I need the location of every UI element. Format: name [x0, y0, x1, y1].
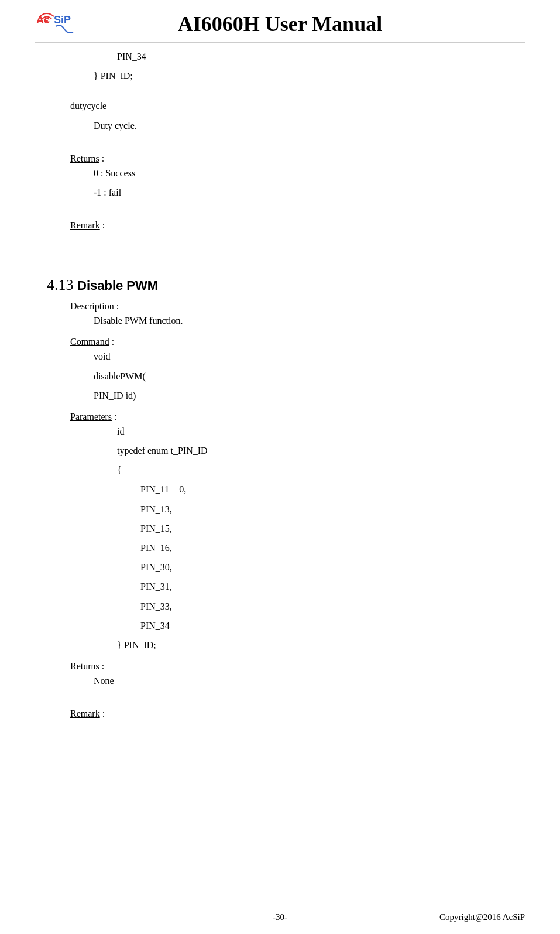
top-remark-row: Remark:	[70, 220, 525, 231]
section-413-returns-value: None	[94, 673, 525, 689]
section-413-param-typedef: typedef enum t_PIN_ID	[117, 443, 525, 459]
section-413-number: 4.13	[47, 276, 74, 293]
page-header: Ac SiP AI6060H User Manual	[35, 12, 525, 43]
svg-point-2	[46, 20, 48, 22]
section-413-param-pin13: PIN_13,	[140, 501, 525, 517]
top-pin-id-close: } PIN_ID;	[94, 68, 525, 84]
section-413-command-label: Command	[70, 337, 109, 347]
top-remark-label: Remark	[70, 220, 100, 231]
section-413-returns-colon: :	[102, 661, 104, 672]
section-413-parameters-label: Parameters	[70, 412, 112, 422]
top-returns-colon: :	[102, 153, 104, 164]
section-413-param-brace-close: } PIN_ID;	[117, 637, 525, 653]
svg-text:SiP: SiP	[54, 14, 71, 26]
section-413-param-pin15: PIN_15,	[140, 521, 525, 536]
svg-text:Ac: Ac	[36, 14, 50, 26]
section-413-param-pin33: PIN_33,	[140, 598, 525, 614]
section-413-cmd-param: PIN_ID id)	[94, 388, 525, 403]
section-413-parameters-colon: :	[114, 412, 116, 422]
section-413-param-pin31: PIN_31,	[140, 579, 525, 594]
section-413-remark-row: Remark:	[70, 709, 525, 719]
section-413-returns-row: Returns:	[70, 661, 525, 672]
section-413-param-pin34: PIN_34	[140, 618, 525, 634]
section-413-param-pin30: PIN_30,	[140, 559, 525, 575]
section-413-cmd-func: disablePWM(	[94, 368, 525, 384]
top-remark-colon: :	[102, 220, 105, 231]
section-413-parameters-block: Parameters: id typedef enum t_PIN_ID { P…	[47, 412, 525, 653]
top-return-neg1: -1 : fail	[94, 184, 525, 200]
section-413-remark-label: Remark	[70, 709, 100, 719]
section-413-title: Disable PWM	[77, 278, 158, 293]
page-title: AI6060H User Manual	[178, 12, 382, 36]
section-413-parameters-row: Parameters:	[70, 412, 525, 422]
section-413-remark-block: Remark:	[47, 709, 525, 719]
page: Ac SiP AI6060H User Manual PIN_34 } PIN_…	[0, 0, 560, 934]
section-413-description-row: Description:	[70, 301, 525, 312]
section-413-returns-block: Returns: None	[47, 661, 525, 689]
section-413-command-block: Command: void disablePWM( PIN_ID id)	[47, 337, 525, 403]
section-413-heading: 4.13 Disable PWM	[47, 276, 525, 294]
top-pin34-block: PIN_34 } PIN_ID;	[47, 49, 525, 84]
section-413-param-id: id	[117, 423, 525, 439]
top-pin34: PIN_34	[117, 49, 525, 64]
section-413-description-block: Description: Disable PWM function.	[47, 301, 525, 329]
section-413: 4.13 Disable PWM Description: Disable PW…	[47, 276, 525, 719]
section-413-cmd-void: void	[94, 348, 525, 364]
top-dutycycle-label: dutycycle	[70, 98, 525, 114]
section-413-description-colon: :	[116, 301, 119, 312]
top-dutycycle-block: dutycycle Duty cycle.	[47, 98, 525, 133]
section-413-param-pin11: PIN_11 = 0,	[140, 481, 525, 497]
section-413-description-label: Description	[70, 301, 114, 312]
section-413-param-brace-open: {	[117, 462, 525, 478]
section-413-description-text: Disable PWM function.	[94, 313, 525, 329]
top-returns-label: Returns	[70, 153, 99, 164]
top-returns-block: Returns: 0 : Success -1 : fail	[47, 153, 525, 200]
logo: Ac SiP	[35, 12, 82, 41]
top-dutycycle-desc: Duty cycle.	[94, 118, 525, 134]
top-remark-block: Remark:	[47, 220, 525, 231]
section-413-param-pin16: PIN_16,	[140, 540, 525, 556]
top-returns-row: Returns:	[70, 153, 525, 164]
footer-copyright: Copyright@2016 AcSiP	[439, 912, 525, 922]
section-413-command-row: Command:	[70, 337, 525, 347]
section-413-returns-label: Returns	[70, 661, 99, 672]
section-413-command-colon: :	[112, 337, 114, 347]
top-return-0: 0 : Success	[94, 165, 525, 181]
section-413-remark-colon: :	[102, 709, 105, 719]
content-area: PIN_34 } PIN_ID; dutycycle Duty cycle. R…	[35, 49, 525, 719]
